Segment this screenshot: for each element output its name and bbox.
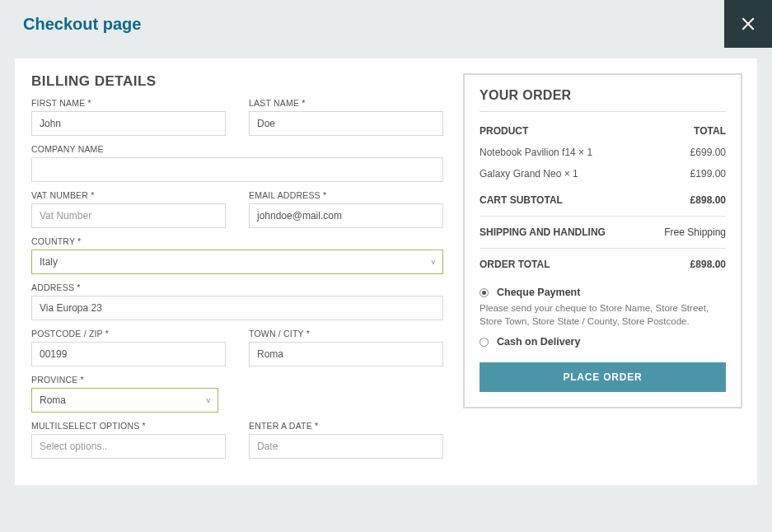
multiselect-input[interactable] [31, 434, 226, 459]
radio-checked-icon [480, 288, 489, 297]
order-shipping-row: SHIPPING AND HANDLING Free Shipping [480, 222, 726, 243]
order-total-row: ORDER TOTAL £898.00 [480, 254, 726, 275]
email-input[interactable] [249, 203, 443, 228]
province-select[interactable]: Roma v [31, 388, 218, 413]
order-summary: YOUR ORDER PRODUCT TOTAL Notebook Pavili… [463, 73, 742, 408]
payment-cod-option[interactable]: Cash on Delivery [480, 336, 726, 348]
date-label: ENTER A DATE * [249, 421, 443, 431]
vat-input[interactable] [31, 203, 226, 228]
city-input[interactable] [249, 342, 443, 366]
subtotal-value: £898.00 [690, 194, 726, 206]
country-label: COUNTRY * [31, 236, 443, 246]
multiselect-label: MULTILSELECT OPTIONS * [31, 421, 226, 431]
date-field: ENTER A DATE * [249, 421, 443, 459]
order-item-name: Notebook Pavilion f14 × 1 [480, 147, 592, 158]
province-label: PROVINCE * [31, 375, 226, 385]
total-value: £898.00 [690, 259, 726, 270]
shipping-value: Free Shipping [664, 226, 726, 238]
company-input[interactable] [31, 157, 443, 182]
chevron-down-icon: v [207, 396, 211, 404]
chevron-down-icon: v [432, 258, 436, 266]
close-button[interactable] [724, 0, 772, 48]
payment-cheque-option[interactable]: Cheque Payment [480, 287, 726, 298]
payment-cheque-label: Cheque Payment [497, 287, 580, 298]
spacer [249, 375, 443, 413]
payment-section: Cheque Payment Please send your cheque t… [480, 287, 726, 392]
page-title: Checkout page [23, 15, 749, 34]
multiselect-field: MULTILSELECT OPTIONS * [31, 421, 226, 459]
email-label: EMAIL ADDRESS * [249, 190, 443, 200]
country-field: COUNTRY * Italy v [31, 236, 443, 274]
subtotal-label: CART SUBTOTAL [480, 194, 563, 206]
date-input[interactable] [249, 434, 443, 459]
order-head-total: TOTAL [694, 125, 726, 137]
order-item-row: Galaxy Grand Neo × 1 £199.00 [480, 163, 726, 184]
postcode-label: POSTCODE / ZIP * [31, 329, 226, 338]
city-field: TOWN / CITY * [249, 329, 443, 366]
address-field: ADDRESS * [31, 282, 443, 320]
first-name-field: FIRST NAME * [31, 98, 226, 136]
place-order-button[interactable]: PLACE ORDER [480, 362, 726, 392]
first-name-input[interactable] [31, 111, 226, 136]
postcode-input[interactable] [31, 342, 226, 366]
billing-title: BILLING DETAILS [31, 73, 443, 90]
checkout-card: BILLING DETAILS FIRST NAME * LAST NAME *… [15, 58, 757, 485]
order-item-name: Galaxy Grand Neo × 1 [480, 168, 578, 180]
last-name-label: LAST NAME * [249, 98, 443, 108]
vat-label: VAT NUMBER * [31, 190, 226, 200]
postcode-field: POSTCODE / ZIP * [31, 329, 226, 366]
order-title: YOUR ORDER [480, 88, 726, 112]
order-header-row: PRODUCT TOTAL [480, 120, 726, 142]
last-name-field: LAST NAME * [249, 98, 443, 136]
order-item-row: Notebook Pavilion f14 × 1 £699.00 [480, 142, 726, 163]
address-input[interactable] [31, 296, 443, 320]
vat-field: VAT NUMBER * [31, 190, 226, 228]
order-item-price: £699.00 [690, 147, 726, 158]
first-name-label: FIRST NAME * [31, 98, 226, 108]
total-label: ORDER TOTAL [480, 259, 550, 270]
province-field: PROVINCE * Roma v [31, 375, 226, 413]
country-value: Italy [40, 256, 58, 268]
divider [480, 216, 726, 217]
country-select[interactable]: Italy v [31, 250, 443, 274]
province-value: Roma [40, 394, 66, 406]
payment-cod-label: Cash on Delivery [497, 336, 580, 348]
order-head-product: PRODUCT [480, 125, 528, 137]
order-subtotal-row: CART SUBTOTAL £898.00 [480, 189, 726, 211]
city-label: TOWN / CITY * [249, 329, 443, 338]
close-icon [740, 16, 756, 32]
last-name-input[interactable] [249, 111, 443, 136]
address-label: ADDRESS * [31, 282, 443, 292]
divider [480, 248, 726, 249]
order-item-price: £199.00 [690, 168, 726, 180]
email-field: EMAIL ADDRESS * [249, 190, 443, 228]
company-label: COMPANY NAME [31, 144, 443, 154]
shipping-label: SHIPPING AND HANDLING [480, 226, 606, 238]
billing-section: BILLING DETAILS FIRST NAME * LAST NAME *… [31, 73, 443, 467]
payment-cheque-desc: Please send your cheque to Store Name, S… [480, 301, 726, 328]
radio-unchecked-icon [480, 338, 489, 347]
company-field: COMPANY NAME [31, 144, 443, 182]
